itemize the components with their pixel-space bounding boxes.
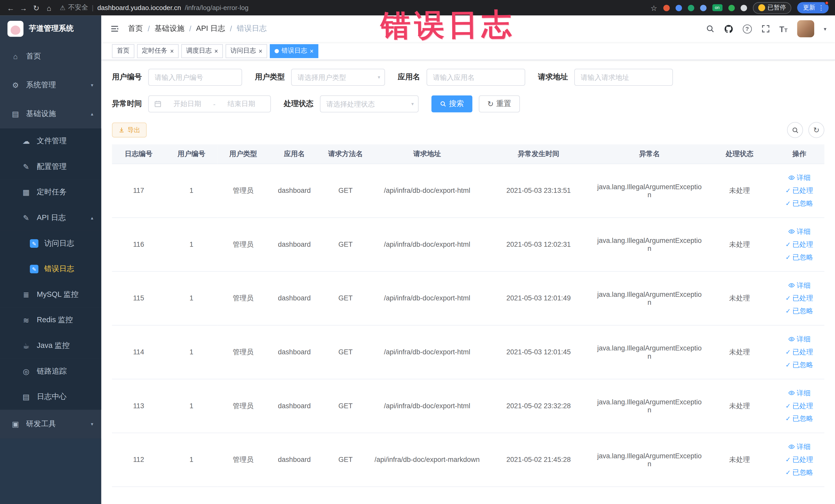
paused-chip[interactable]: 已暂停	[753, 2, 791, 14]
back-icon[interactable]: ←	[4, 3, 17, 12]
sidebar-item-job[interactable]: ▦ 定时任务	[0, 180, 101, 205]
search-toggle-button[interactable]	[787, 122, 803, 138]
tab-job[interactable]: 定时任务 ×	[137, 44, 179, 58]
security-chip[interactable]: ⚠ 不安全	[60, 3, 88, 12]
font-size-icon[interactable]: TT	[779, 24, 788, 33]
app-name-input[interactable]	[427, 69, 525, 86]
breadcrumb-item[interactable]: 基础设施	[155, 24, 184, 33]
sidebar-item-home[interactable]: ⌂ 首页	[0, 42, 101, 71]
search-icon	[792, 126, 798, 134]
export-button-label: 导出	[127, 125, 140, 135]
user-id-input[interactable]	[148, 69, 242, 86]
address-bar[interactable]: ⚠ 不安全 | dashboard.yudao.iocoder.cn/infra…	[60, 3, 651, 12]
reset-button[interactable]: ↻ 重置	[479, 95, 520, 112]
sidebar-item-java[interactable]: ☕ Java 监控	[0, 333, 101, 359]
action-processed[interactable]: ✓已处理	[786, 400, 813, 411]
action-detail[interactable]: 详细	[788, 441, 810, 452]
cell-method: GET	[320, 271, 371, 325]
request-url-input[interactable]	[574, 69, 673, 86]
search-icon	[440, 101, 446, 107]
tab-label: 定时任务	[142, 46, 168, 56]
action-processed[interactable]: ✓已处理	[786, 346, 813, 358]
sidebar-item-error-log[interactable]: ✎ 错误日志	[0, 256, 101, 282]
breadcrumb-item[interactable]: 首页	[128, 24, 143, 33]
action-processed[interactable]: ✓已处理	[786, 292, 813, 304]
filter-label: 应用名	[398, 73, 420, 82]
sidebar-item-access-log[interactable]: ✎ 访问日志	[0, 231, 101, 257]
sidebar-item-api-log[interactable]: ✎ API 日志 ▴	[0, 205, 101, 231]
extension-icon[interactable]	[700, 5, 706, 11]
action-ignored[interactable]: ✓已忽略	[786, 359, 813, 371]
extension-icon[interactable]	[663, 5, 669, 11]
pencil-icon: ✎	[21, 163, 31, 171]
breadcrumb-separator: /	[189, 24, 191, 33]
update-button[interactable]: 更新 ⋮	[797, 2, 829, 13]
sidebar-item-dev-tools[interactable]: ▣ 研发工具 ▾	[0, 410, 101, 439]
export-button[interactable]: 导出	[112, 122, 147, 137]
hamburger-icon[interactable]	[110, 24, 119, 33]
table-header-row: 日志编号 用户编号 用户类型 应用名 请求方法名 请求地址 异常发生时间 异常名…	[112, 144, 824, 164]
action-detail[interactable]: 详细	[788, 333, 810, 345]
cell-actions: 详细 ✓已处理 ✓已忽略	[774, 164, 824, 218]
action-ignored[interactable]: ✓已忽略	[786, 466, 813, 478]
action-label: 已处理	[792, 186, 813, 195]
col-exception-time: 异常发生时间	[483, 144, 594, 164]
cell-log-id: 114	[112, 325, 165, 379]
sidebar-item-trace[interactable]: ◎ 链路追踪	[0, 359, 101, 384]
help-icon[interactable]: ?	[742, 24, 752, 33]
forward-icon[interactable]: →	[17, 3, 30, 12]
refresh-button[interactable]: ↻	[808, 122, 824, 138]
browser-home-icon[interactable]: ⌂	[43, 3, 56, 12]
close-icon[interactable]: ×	[214, 48, 218, 54]
close-icon[interactable]: ×	[259, 48, 263, 54]
avatar[interactable]	[797, 20, 814, 37]
close-icon[interactable]: ×	[170, 48, 174, 54]
kebab-menu-icon[interactable]: ⋮	[818, 4, 824, 12]
tab-home[interactable]: 首页	[112, 44, 134, 58]
action-label: 已忽略	[792, 467, 813, 477]
sidebar-item-system[interactable]: ⚙ 系统管理 ▾	[0, 71, 101, 100]
action-detail[interactable]: 详细	[788, 226, 810, 238]
tab-error-log[interactable]: 错误日志 ×	[270, 44, 318, 58]
chevron-down-icon[interactable]: ▾	[824, 26, 826, 32]
calendar-icon	[154, 100, 161, 107]
cell-status: 未处理	[705, 164, 774, 218]
sidebar-item-infra[interactable]: ▤ 基础设施 ▴	[0, 100, 101, 128]
sidebar-item-mysql[interactable]: ≣ MySQL 监控	[0, 282, 101, 308]
close-icon[interactable]: ×	[310, 48, 314, 54]
bookmark-star-icon[interactable]: ☆	[650, 3, 657, 12]
reload-icon[interactable]: ↻	[30, 3, 43, 12]
fullscreen-icon[interactable]	[761, 24, 770, 33]
breadcrumb-item[interactable]: API 日志	[196, 24, 225, 33]
action-detail[interactable]: 详细	[788, 172, 810, 184]
action-ignored[interactable]: ✓已忽略	[786, 305, 813, 317]
github-icon[interactable]	[724, 24, 733, 33]
sidebar-item-label: 日志中心	[37, 392, 66, 402]
tab-access-log[interactable]: 访问日志 ×	[226, 44, 267, 58]
extension-icon[interactable]	[740, 5, 747, 11]
extension-icon[interactable]	[728, 5, 735, 11]
action-label: 已忽略	[792, 199, 813, 208]
tab-job-log[interactable]: 调度日志 ×	[181, 44, 223, 58]
sidebar-item-config[interactable]: ✎ 配置管理	[0, 154, 101, 180]
action-ignored[interactable]: ✓已忽略	[786, 198, 813, 209]
action-ignored[interactable]: ✓已忽略	[786, 412, 813, 424]
action-ignored[interactable]: ✓已忽略	[786, 251, 813, 263]
sidebar-item-redis[interactable]: ≋ Redis 监控	[0, 307, 101, 333]
action-detail[interactable]: 详细	[788, 279, 810, 291]
date-range-input[interactable]: 开始日期 - 结束日期	[148, 95, 271, 112]
logo-row[interactable]: 芋道管理系统	[0, 15, 101, 42]
action-processed[interactable]: ✓已处理	[786, 454, 813, 465]
search-button[interactable]: 搜索	[431, 95, 472, 112]
extension-icon[interactable]	[688, 5, 694, 11]
extension-icon[interactable]	[675, 5, 682, 11]
action-processed[interactable]: ✓已处理	[786, 239, 813, 250]
sidebar-item-file[interactable]: ☁ 文件管理	[0, 128, 101, 154]
process-status-select[interactable]	[320, 95, 419, 112]
action-processed[interactable]: ✓已处理	[786, 185, 813, 196]
search-icon[interactable]	[706, 24, 714, 33]
extension-on-badge[interactable]: on	[712, 4, 722, 11]
sidebar-item-log-center[interactable]: ▤ 日志中心	[0, 384, 101, 410]
action-detail[interactable]: 详细	[788, 387, 810, 399]
user-type-select[interactable]	[291, 69, 385, 86]
